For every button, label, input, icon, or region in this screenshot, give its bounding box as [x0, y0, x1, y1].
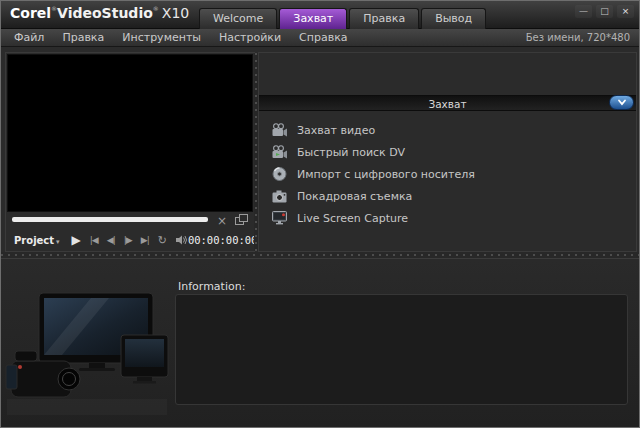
panel-collapse-button[interactable]	[609, 95, 634, 110]
volume-icon[interactable]	[176, 235, 188, 245]
product-artwork	[5, 291, 171, 423]
split-clip-icon[interactable]: ×	[217, 214, 227, 228]
maximize-button[interactable]: □	[596, 5, 613, 18]
minimize-button[interactable]: —	[575, 5, 592, 18]
transport-controls: Project▾ ▶ |◀ ◀| |▶ ▶| ↻ 00:00:00:00 ▲ ▼	[6, 229, 254, 251]
stop-motion-option[interactable]: Покадровая съемка	[271, 185, 630, 207]
repeat-button[interactable]: ↻	[158, 234, 167, 247]
capture-video-icon	[271, 122, 288, 139]
splitter-grip-dots	[255, 53, 257, 251]
previous-frame-button[interactable]: ◀|	[107, 235, 115, 245]
title-bar: Corel®VideoStudio®X10 Welcome Захват Пра…	[1, 1, 639, 29]
app-window: Corel®VideoStudio®X10 Welcome Захват Пра…	[0, 0, 640, 428]
capture-option-label: Live Screen Capture	[297, 212, 408, 225]
information-panel: Information:	[1, 258, 639, 427]
logo-brand: Corel	[10, 5, 51, 21]
import-digital-media-option[interactable]: Импорт с цифрового носителя	[271, 163, 630, 185]
capture-option-label: Импорт с цифрового носителя	[297, 168, 475, 181]
play-button[interactable]: ▶	[72, 233, 81, 247]
playback-mode-dropdown[interactable]: Project▾	[14, 235, 60, 246]
import-digital-media-icon	[271, 166, 288, 183]
app-logo: Corel®VideoStudio®X10	[10, 5, 189, 21]
information-box	[175, 294, 628, 405]
capture-panel: Захват Захват видео Быстрый поиск DV	[259, 53, 636, 251]
logo-version: X10	[162, 5, 189, 21]
capture-option-label: Покадровая съемка	[297, 190, 412, 203]
end-button[interactable]: ▶|	[141, 235, 149, 245]
splitter-grip-dots	[1, 254, 639, 256]
capture-options-list: Захват видео Быстрый поиск DV Импорт с ц…	[271, 119, 630, 229]
tab-share[interactable]: Вывод	[421, 8, 486, 29]
playback-mode-label: Project	[14, 235, 54, 246]
capture-video-option[interactable]: Захват видео	[271, 119, 630, 141]
menu-tools[interactable]: Инструменты	[113, 31, 210, 44]
reg-mark: ®	[153, 5, 159, 12]
player-panel: × Project▾ ▶ |◀ ◀| |▶ ▶| ↻ 00:00:00:00 ▲…	[6, 53, 254, 251]
menu-edit[interactable]: Правка	[53, 31, 113, 44]
live-screen-capture-icon	[271, 210, 288, 227]
tab-welcome[interactable]: Welcome	[199, 8, 277, 29]
next-frame-button[interactable]: |▶	[124, 235, 132, 245]
home-button[interactable]: |◀	[90, 235, 98, 245]
trim-bar[interactable]	[12, 217, 208, 222]
chevron-down-icon: ▾	[56, 238, 60, 246]
dv-quick-scan-icon	[271, 144, 288, 161]
logo-product: VideoStudio	[57, 5, 153, 21]
preview-screen	[7, 54, 253, 212]
tab-capture[interactable]: Захват	[279, 8, 347, 29]
timecode-display: 00:00:00:00	[188, 234, 258, 246]
menu-file[interactable]: Файл	[5, 31, 53, 44]
capture-option-label: Захват видео	[297, 124, 375, 137]
menu-help[interactable]: Справка	[290, 31, 356, 44]
menu-settings[interactable]: Настройки	[210, 31, 290, 44]
window-controls: — □ ×	[575, 5, 634, 18]
tab-edit[interactable]: Правка	[349, 8, 419, 29]
preview-edit-icons: ×	[217, 211, 248, 230]
information-label: Information:	[178, 280, 245, 293]
capture-option-label: Быстрый поиск DV	[297, 146, 405, 159]
dv-quick-scan-option[interactable]: Быстрый поиск DV	[271, 141, 630, 163]
stop-motion-icon	[271, 188, 288, 205]
menu-bar: Файл Правка Инструменты Настройки Справк…	[1, 29, 639, 47]
close-button[interactable]: ×	[617, 5, 634, 18]
chevron-down-icon	[615, 97, 629, 108]
project-info-text: Без имени, 720*480	[526, 32, 639, 43]
workspace-tabs: Welcome Захват Правка Вывод	[199, 8, 486, 29]
enlarge-preview-icon[interactable]	[235, 211, 248, 230]
live-screen-capture-option[interactable]: Live Screen Capture	[271, 207, 630, 229]
capture-panel-header: Захват	[259, 95, 636, 111]
